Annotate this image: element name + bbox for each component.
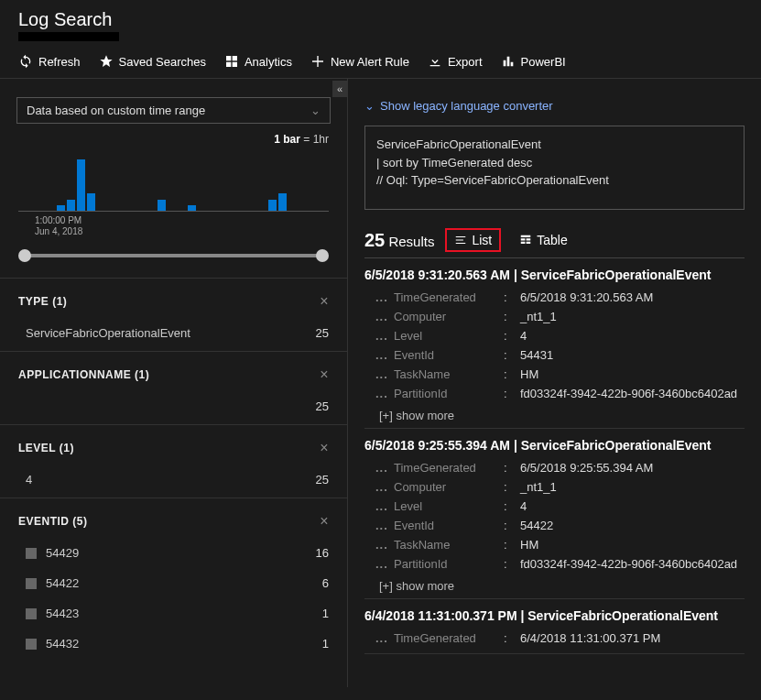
ellipsis-icon[interactable]: ... — [375, 310, 394, 323]
log-entry-title[interactable]: 6/4/2018 11:31:00.371 PM | ServiceFabric… — [364, 608, 745, 623]
log-field-row[interactable]: ...Computer:_nt1_1 — [375, 307, 745, 326]
new-alert-button[interactable]: New Alert Rule — [310, 54, 409, 69]
facet-header[interactable]: APPLICATIONNAME (1)× — [16, 352, 331, 394]
histogram-bar[interactable] — [278, 193, 287, 211]
log-field-row[interactable]: ...PartitionId:fd03324f-3942-422b-906f-3… — [375, 384, 745, 403]
histogram-bar[interactable] — [268, 200, 277, 211]
table-view-button[interactable]: Table — [512, 230, 574, 250]
log-field-key: EventId — [394, 519, 504, 532]
log-field-value: _nt1_1 — [520, 480, 557, 494]
facet-row[interactable]: 544226 — [16, 571, 331, 601]
facet-label: 54432 — [46, 637, 322, 651]
log-field-row[interactable]: ...Level:4 — [375, 326, 745, 345]
facet-row[interactable]: 544231 — [16, 601, 331, 631]
close-icon[interactable]: × — [320, 366, 329, 383]
facet-count: 16 — [316, 546, 329, 560]
time-range-dropdown[interactable]: Data based on custom time range ⌄ — [16, 97, 331, 124]
facet-count: 25 — [316, 399, 329, 413]
facet-label: 4 — [26, 473, 316, 487]
histogram-bar[interactable] — [87, 193, 95, 211]
checkbox[interactable] — [26, 608, 37, 619]
facet-row[interactable]: 544321 — [16, 631, 331, 662]
log-field-row[interactable]: ...EventId:54431 — [375, 345, 745, 365]
close-icon[interactable]: × — [320, 440, 329, 456]
results-count: 25 Results — [364, 230, 434, 251]
histogram-bar[interactable] — [77, 159, 85, 211]
checkbox[interactable] — [26, 548, 37, 559]
facet-row[interactable]: 425 — [16, 467, 331, 498]
collapse-left-icon[interactable]: « — [332, 81, 347, 97]
histogram-chart[interactable] — [18, 148, 329, 212]
log-field-row[interactable]: ...TimeGenerated:6/5/2018 9:31:20.563 AM — [375, 288, 745, 307]
log-field-row[interactable]: ...PartitionId:fd03324f-3942-422b-906f-3… — [375, 554, 745, 574]
ellipsis-icon[interactable]: ... — [375, 631, 394, 645]
ellipsis-icon[interactable]: ... — [375, 329, 394, 343]
log-field-key: PartitionId — [394, 557, 504, 571]
log-field-value: 4 — [520, 499, 527, 513]
facet-count: 6 — [322, 576, 329, 590]
log-field-value: 6/4/2018 11:31:00.371 PM — [520, 631, 660, 645]
log-entry-title[interactable]: 6/5/2018 9:31:20.563 AM | ServiceFabricO… — [364, 268, 745, 282]
ellipsis-icon[interactable]: ... — [375, 480, 394, 494]
ellipsis-icon[interactable]: ... — [375, 499, 394, 513]
list-view-button[interactable]: List — [445, 228, 501, 252]
log-field-row[interactable]: ...TimeGenerated:6/5/2018 9:25:55.394 AM — [375, 458, 745, 477]
facet-row[interactable]: ServiceFabricOperationalEvent25 — [16, 321, 331, 351]
refresh-icon — [18, 54, 33, 69]
log-field-key: TimeGenerated — [394, 631, 504, 645]
facet-count: 25 — [316, 473, 329, 487]
log-field-value: HM — [520, 538, 538, 552]
show-more-link[interactable]: [+] show more — [379, 579, 745, 593]
log-field-row[interactable]: ...TaskName:HM — [375, 535, 745, 554]
ellipsis-icon[interactable]: ... — [375, 461, 394, 475]
log-field-value: fd03324f-3942-422b-906f-3460bc6402ad — [520, 557, 737, 571]
left-pane: « Data based on custom time range ⌄ 1 ba… — [0, 79, 348, 687]
log-field-row[interactable]: ...Computer:_nt1_1 — [375, 477, 745, 497]
legacy-converter-link[interactable]: ⌄ Show legacy language converter — [364, 99, 745, 113]
toolbar: Refresh Saved Searches Analytics New Ale… — [0, 41, 761, 79]
saved-searches-button[interactable]: Saved Searches — [99, 54, 206, 69]
ellipsis-icon[interactable]: ... — [375, 290, 394, 304]
log-entry-title[interactable]: 6/5/2018 9:25:55.394 AM | ServiceFabricO… — [364, 438, 745, 453]
powerbi-button[interactable]: PowerBI — [501, 54, 566, 69]
log-field-row[interactable]: ...Level:4 — [375, 497, 745, 516]
ellipsis-icon[interactable]: ... — [375, 348, 394, 362]
ellipsis-icon[interactable]: ... — [375, 367, 394, 381]
ellipsis-icon[interactable]: ... — [375, 387, 394, 400]
show-more-link[interactable]: [+] show more — [379, 409, 745, 422]
log-entry: 6/4/2018 11:31:00.371 PM | ServiceFabric… — [364, 599, 745, 654]
log-field-value: _nt1_1 — [520, 310, 557, 323]
log-field-key: TimeGenerated — [394, 461, 504, 475]
checkbox[interactable] — [26, 639, 37, 650]
refresh-button[interactable]: Refresh — [18, 54, 81, 69]
log-field-row[interactable]: ...TimeGenerated:6/4/2018 11:31:00.371 P… — [375, 629, 745, 648]
table-icon — [519, 234, 532, 246]
plus-icon — [310, 54, 325, 69]
analytics-button[interactable]: Analytics — [224, 54, 292, 69]
facet-header[interactable]: EVENTID (5)× — [16, 498, 331, 541]
query-textarea[interactable]: ServiceFabricOperationalEvent| sort by T… — [364, 126, 745, 210]
log-field-value: fd03324f-3942-422b-906f-3460bc6402ad — [520, 387, 737, 400]
export-button[interactable]: Export — [428, 54, 483, 69]
ellipsis-icon[interactable]: ... — [375, 538, 394, 552]
facet-label: 54423 — [46, 607, 322, 620]
time-slider[interactable] — [18, 250, 329, 261]
histogram-bar[interactable] — [188, 205, 196, 211]
facet-header[interactable]: TYPE (1)× — [16, 279, 331, 321]
close-icon[interactable]: × — [320, 513, 329, 530]
histogram-bar[interactable] — [57, 205, 65, 211]
facet-section: LEVEL (1)×425 — [0, 424, 347, 498]
facet-row[interactable]: 25 — [16, 394, 331, 424]
ellipsis-icon[interactable]: ... — [375, 557, 394, 571]
star-icon — [99, 54, 114, 69]
close-icon[interactable]: × — [320, 293, 329, 310]
ellipsis-icon[interactable]: ... — [375, 519, 394, 532]
log-field-row[interactable]: ...EventId:54422 — [375, 516, 745, 535]
histogram-bar[interactable] — [67, 200, 75, 211]
facet-row[interactable]: 5442916 — [16, 541, 331, 571]
checkbox[interactable] — [26, 578, 37, 589]
facet-header[interactable]: LEVEL (1)× — [16, 425, 331, 467]
histogram-bar[interactable] — [158, 200, 166, 211]
log-field-value: 4 — [520, 329, 527, 343]
log-field-row[interactable]: ...TaskName:HM — [375, 365, 745, 384]
